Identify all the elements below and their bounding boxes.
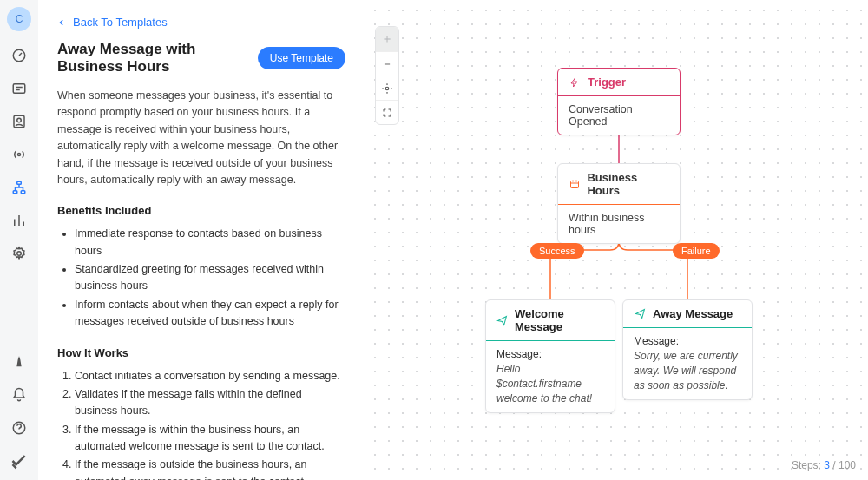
how-steps-list: Contact initiates a conversation by send…	[57, 368, 345, 481]
sidebar-nav	[10, 47, 28, 262]
send-icon	[634, 308, 646, 320]
node-title: Business Hours	[587, 171, 669, 197]
business-hours-node[interactable]: Business Hours Within business hours	[557, 163, 681, 244]
svg-point-3	[17, 118, 22, 122]
steps-current: 3	[824, 459, 830, 471]
steps-indicator: Steps: 3 / 100	[792, 459, 856, 471]
steps-sep: /	[832, 459, 835, 471]
back-label: Back To Templates	[73, 16, 168, 29]
page-title: Away Message with Business Hours	[57, 41, 247, 76]
message-label: Message:	[634, 335, 741, 347]
broadcast-icon[interactable]	[10, 146, 28, 163]
reports-icon[interactable]	[10, 212, 28, 229]
fullscreen-button[interactable]	[376, 100, 398, 124]
list-item: Validates if the message falls within th…	[75, 386, 345, 420]
list-item: Immediate response to contacts based on …	[75, 226, 345, 260]
success-branch-pill: Success	[530, 243, 584, 259]
svg-rect-5	[17, 181, 22, 184]
chevron-left-icon	[57, 18, 66, 27]
settings-icon[interactable]	[10, 245, 28, 262]
svg-point-4	[18, 154, 21, 156]
help-icon[interactable]	[10, 419, 28, 437]
node-title: Away Message	[653, 307, 733, 320]
trigger-node[interactable]: Trigger Conversation Opened	[557, 68, 681, 135]
away-message-node[interactable]: Away Message Message:Sorry, we are curre…	[622, 299, 753, 400]
dashboard-icon[interactable]	[10, 47, 28, 64]
zoom-in-button: ＋	[376, 27, 398, 51]
welcome-message-node[interactable]: Welcome Message Message:Hello $contact.f…	[485, 299, 615, 413]
list-item: Standardized greeting for messages recei…	[75, 261, 345, 295]
details-panel: Back To Templates Away Message with Busi…	[38, 0, 365, 480]
list-item: Contact initiates a conversation by send…	[75, 368, 345, 385]
workflows-icon[interactable]	[10, 179, 28, 196]
message-text: Sorry, we are currently away. We will re…	[634, 349, 741, 392]
calendar-icon	[569, 178, 580, 190]
back-to-templates-link[interactable]: Back To Templates	[57, 16, 345, 29]
benefits-list: Immediate response to contacts based on …	[57, 226, 345, 330]
app-logo-icon[interactable]	[10, 452, 28, 470]
steps-label: Steps:	[792, 459, 821, 471]
svg-point-10	[385, 87, 389, 90]
how-heading: How It Works	[57, 346, 345, 359]
template-description: When someone messages your business, it'…	[57, 88, 345, 188]
svg-rect-1	[13, 84, 25, 94]
benefits-heading: Benefits Included	[57, 204, 345, 217]
send-icon	[496, 314, 508, 326]
steps-total: 100	[838, 459, 856, 471]
svg-rect-11	[570, 181, 578, 188]
list-item: If the message is outside the business h…	[75, 457, 345, 480]
avatar[interactable]: C	[7, 7, 31, 31]
recenter-button[interactable]	[376, 76, 398, 100]
sidebar-bottom	[10, 353, 28, 470]
use-template-button[interactable]: Use Template	[258, 47, 345, 69]
bolt-icon	[569, 76, 581, 89]
canvas-toolbar: ＋ －	[375, 26, 399, 125]
message-text: Hello $contact.firstname welcome to the …	[496, 362, 604, 405]
user-icon[interactable]	[10, 353, 28, 371]
svg-rect-7	[21, 191, 25, 194]
node-body: Conversation Opened	[558, 95, 680, 135]
svg-rect-6	[13, 191, 17, 194]
failure-branch-pill: Failure	[673, 243, 720, 259]
sidebar: C	[0, 0, 38, 480]
node-title: Trigger	[588, 76, 626, 89]
contacts-icon[interactable]	[10, 113, 28, 130]
message-label: Message:	[496, 348, 604, 360]
node-body: Within business hours	[558, 204, 680, 243]
notifications-icon[interactable]	[10, 386, 28, 404]
node-title: Welcome Message	[515, 307, 604, 333]
list-item: If the message is within the business ho…	[75, 422, 345, 456]
svg-point-8	[17, 252, 22, 256]
list-item: Inform contacts about when they can expe…	[75, 297, 345, 331]
zoom-out-button[interactable]: －	[376, 51, 398, 76]
messages-icon[interactable]	[10, 80, 28, 97]
